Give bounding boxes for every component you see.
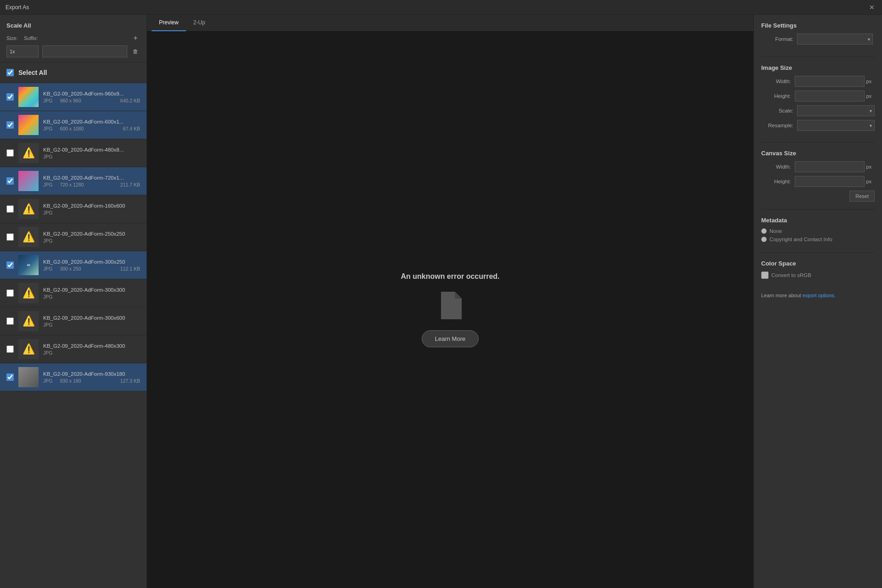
main-layout: Scale All Size: Suffix: + 1x 0.5x 2x 3x … [0,15,882,588]
preview-area: An unknown error occurred. Learn More [147,32,753,588]
file-thumbnail [18,87,39,107]
add-scale-button[interactable]: + [131,34,140,43]
format-select[interactable]: JPG PNG GIF SVG [797,34,873,45]
convert-srgb-label: Convert to sRGB [771,272,811,278]
file-item[interactable]: ⚠️KB_G2-09_2020-AdForm-300x600JPG [0,307,147,335]
file-item[interactable]: ⚠️KB_G2-09_2020-AdForm-300x300JPG [0,279,147,307]
warning-icon: ⚠️ [23,343,35,355]
image-size-title: Image Size [761,64,875,71]
file-checkbox[interactable] [6,345,14,353]
file-checkbox[interactable] [6,233,14,241]
file-info: KB_G2-09_2020-AdForm-300x300JPG [43,287,140,300]
file-type: JPG [43,182,52,187]
file-info: KB_G2-09_2020-AdForm-250x250JPG [43,231,140,243]
file-icon [439,292,462,319]
file-thumbnail [18,367,39,387]
file-name: KB_G2-09_2020-AdForm-480x300 [43,343,140,349]
file-name: KB_G2-09_2020-AdForm-480x8... [43,147,140,153]
file-item[interactable]: ADKB_G2-09_2020-AdForm-300x250JPG300 x 2… [0,251,147,279]
metadata-copyright-radio[interactable] [761,237,767,242]
file-dims: 960 x 960 [60,98,81,103]
resample-select-wrapper [797,120,875,131]
metadata-none-radio[interactable] [761,228,767,234]
canvas-height-input[interactable] [795,176,865,187]
suffix-input[interactable] [42,45,127,57]
file-thumbnail: ⚠️ [18,283,39,303]
file-item[interactable]: ⚠️KB_G2-09_2020-AdForm-250x250JPG [0,223,147,251]
tab-2up[interactable]: 2-Up [186,15,213,31]
divider-1 [761,57,875,57]
height-unit: px [866,93,875,99]
export-options-link[interactable]: export options. [803,293,836,298]
file-item[interactable]: KB_G2-09_2020-AdForm-930x180JPG930 x 180… [0,363,147,391]
file-checkbox[interactable] [6,373,14,381]
resample-select[interactable] [797,120,875,131]
file-item[interactable]: ⚠️KB_G2-09_2020-AdForm-480x8...JPG [0,139,147,167]
metadata-section: Metadata None Copyright and Contact Info [761,217,875,245]
delete-scale-button[interactable]: 🗑 [131,47,140,56]
right-panel: File Settings Format: JPG PNG GIF SVG Im [753,15,882,588]
file-checkbox[interactable] [6,317,14,325]
select-all-checkbox[interactable] [6,69,14,76]
convert-srgb-checkbox[interactable] [761,271,769,279]
warning-icon: ⚠️ [23,231,35,243]
file-dims: 300 x 250 [60,266,81,271]
file-type: JPG [43,98,52,103]
file-info: KB_G2-09_2020-AdForm-600x1...JPG600 x 10… [43,119,140,131]
image-scale-select[interactable] [797,105,875,116]
file-checkbox[interactable] [6,205,14,213]
learn-more-button[interactable]: Learn More [422,330,479,347]
scale-select-wrapper [797,105,875,116]
metadata-copyright-label: Copyright and Contact Info [769,237,832,242]
divider-4 [761,252,875,253]
file-checkbox[interactable] [6,93,14,101]
file-checkbox[interactable] [6,121,14,129]
select-all-row[interactable]: Select All [0,62,147,83]
file-info: KB_G2-09_2020-AdForm-480x300JPG [43,343,140,356]
file-checkbox[interactable] [6,289,14,297]
file-thumbnail [18,171,39,191]
image-height-input[interactable] [795,90,865,102]
metadata-title: Metadata [761,217,875,224]
file-item[interactable]: KB_G2-09_2020-AdForm-960x9...JPG960 x 96… [0,83,147,111]
reset-button[interactable]: Reset [849,191,875,202]
file-checkbox[interactable] [6,149,14,157]
file-meta: JPG [43,210,140,215]
file-thumbnail: AD [18,255,39,275]
scale-select[interactable]: 1x 0.5x 2x 3x [6,45,39,57]
file-meta: JPG720 x 1280211.7 KB [43,182,140,187]
close-button[interactable]: ✕ [867,3,876,12]
file-thumbnail: ⚠️ [18,339,39,359]
file-meta: JPG960 x 960640.2 KB [43,98,140,103]
file-checkbox[interactable] [6,177,14,185]
file-meta: JPG [43,350,140,356]
canvas-width-input[interactable] [795,161,865,172]
canvas-width-label: Width: [761,164,791,170]
canvas-height-label: Height: [761,179,791,184]
select-all-label: Select All [18,69,47,76]
file-type: JPG [43,266,52,271]
file-item[interactable]: KB_G2-09_2020-AdForm-720x1...JPG720 x 12… [0,167,147,195]
file-name: KB_G2-09_2020-AdForm-160x600 [43,203,140,209]
image-width-input[interactable] [795,76,865,87]
warning-icon: ⚠️ [23,203,35,215]
file-item[interactable]: KB_G2-09_2020-AdForm-600x1...JPG600 x 10… [0,111,147,139]
file-info: KB_G2-09_2020-AdForm-720x1...JPG720 x 12… [43,175,140,187]
image-size-section: Image Size Width: px Height: px Scale: [761,64,875,135]
file-meta: JPG [43,294,140,300]
file-item[interactable]: ⚠️KB_G2-09_2020-AdForm-160x600JPG [0,195,147,223]
file-thumbnail: ⚠️ [18,143,39,163]
file-name: KB_G2-09_2020-AdForm-300x250 [43,259,140,265]
resample-label: Resample: [761,123,793,128]
file-meta: JPG930 x 180127.3 KB [43,378,140,384]
format-select-wrapper: JPG PNG GIF SVG [797,34,873,45]
file-checkbox[interactable] [6,261,14,269]
width-unit: px [866,79,875,84]
tab-preview[interactable]: Preview [152,15,186,31]
file-thumbnail: ⚠️ [18,199,39,219]
title-bar: Export As ✕ [0,0,882,15]
file-type: JPG [43,294,52,300]
file-settings-section: File Settings Format: JPG PNG GIF SVG [761,22,875,49]
file-meta: JPG [43,154,140,159]
file-item[interactable]: ⚠️KB_G2-09_2020-AdForm-480x300JPG [0,335,147,363]
